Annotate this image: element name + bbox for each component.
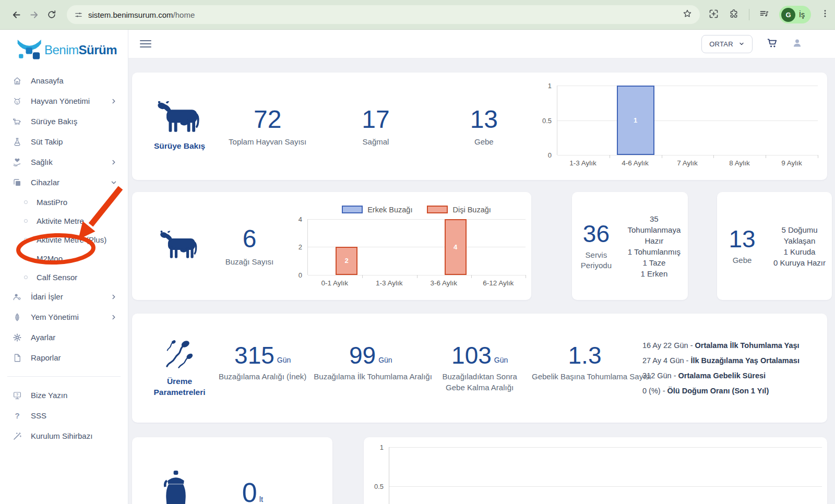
browser-reload-button[interactable]	[43, 6, 61, 23]
url-host: sistem.benimsurum.com	[88, 10, 173, 19]
chevron-right-icon	[110, 314, 117, 321]
chart-y-label: 2	[299, 243, 302, 251]
sidebar-subitem-mastipro[interactable]: MastiPro	[0, 193, 128, 211]
chart-y-label: 4	[299, 215, 302, 223]
browser-back-button[interactable]	[7, 6, 25, 23]
app-topbar: ORTAR	[128, 30, 835, 58]
reproduction-notes: 16 Ay 22 Gün - Ortalama İlk Tohumlama Ya…	[642, 338, 821, 399]
contact-monitor-icon: ?	[13, 391, 22, 400]
chart-y-label: 0.5	[542, 116, 552, 124]
sidebar-item-yem-yonetimi[interactable]: Yem Yönetimi	[0, 307, 128, 327]
svg-text:?: ?	[15, 411, 19, 420]
service-period-card: 36 Servis Periyodu 35 Tohumlanmaya Hazır…	[572, 192, 688, 300]
health-icon	[13, 158, 22, 167]
sperm-icon	[164, 339, 195, 369]
chart-x-label: 6-12 Aylık	[471, 279, 526, 287]
site-info-icon	[74, 10, 83, 19]
chart-category: 4	[417, 219, 471, 275]
card-title: Sürüye Bakış	[146, 141, 213, 151]
report-file-icon	[13, 353, 22, 363]
note-line: 312 Gün - Ortalama Gebelik Süresi	[642, 368, 821, 383]
chart-x-label: 0-1 Aylık	[307, 279, 362, 287]
stat-calving-first-insemination: 99Gün Buzağılama İlk Tohumlama Aralığı	[312, 343, 430, 393]
browser-forward-button[interactable]	[25, 6, 43, 23]
cart-button[interactable]	[766, 37, 778, 51]
bullet-icon	[24, 219, 28, 223]
question-icon: ?	[13, 411, 22, 421]
chart-y-label: 0	[548, 151, 552, 159]
brand-name: BenimSürüm	[44, 43, 117, 57]
sidebar-item-bize-yazin[interactable]: ? Bize Yazın	[0, 385, 128, 405]
legend-item: Dişi Buzağı	[427, 206, 491, 214]
sidebar-item-sut-takip[interactable]: Süt Takip	[0, 131, 128, 152]
chevron-down-icon	[110, 179, 117, 186]
sidebar-item-sss[interactable]: ? SSS	[0, 405, 128, 426]
user-profile-button[interactable]	[792, 38, 803, 51]
sidebar-item-anasayfa[interactable]: Anasayfa	[0, 70, 128, 91]
magic-wand-icon	[13, 431, 22, 441]
pregnant-card: 13 Gebe 5 Doğumu Yaklaşan 1 Kuruda 0 Kur…	[717, 192, 832, 300]
milk-trend-card: 0.51	[364, 437, 827, 504]
legend-swatch	[342, 206, 363, 213]
feed-corn-icon	[13, 313, 22, 322]
sidebar-subitem-calf-sensor[interactable]: Calf Sensor	[0, 268, 128, 286]
chart-x-label: 9 Aylık	[766, 159, 818, 167]
stat-days-open: 103Gün Buzağıladıktan Sonra Gebe Kalma A…	[430, 343, 530, 393]
browser-menu-button[interactable]	[820, 9, 830, 20]
chart-x-label: 3-6 Aylık	[416, 279, 471, 287]
hamburger-menu-icon[interactable]	[140, 38, 151, 50]
milk-trend-chart: 0.51	[373, 447, 822, 504]
sidebar: BenimSürüm Anasayfa Hayvan Yönetimi Sürü…	[0, 30, 128, 504]
pregnancy-months-chart: 00.51 1 1-3 Aylık4-6 Aylık7 Aylık8 Aylık…	[538, 86, 818, 167]
milk-can-icon	[161, 470, 190, 504]
sidebar-subitem-aktivite-metre-plus[interactable]: Aktivite Metre (Plus)	[0, 230, 128, 249]
sidebar-item-suruye-bakis[interactable]: Sürüye Bakış	[0, 111, 128, 131]
menu-dots-icon	[820, 9, 830, 18]
media-controls-button[interactable]	[759, 8, 770, 21]
sidebar-item-idari-isler[interactable]: İdari İşler	[0, 286, 128, 307]
chart-y-label: 1	[548, 82, 552, 90]
chart-category	[766, 86, 818, 155]
note-line: 16 Ay 22 Gün - Ortalama İlk Tohumlama Ya…	[642, 338, 821, 353]
chart-x-label: 7 Aylık	[661, 159, 713, 167]
sidebar-item-ayarlar[interactable]: Ayarlar	[0, 327, 128, 347]
bookmark-star-icon	[682, 8, 693, 19]
note-line: 27 Ay 4 Gün - İlk Buzağılama Yaş Ortalam…	[642, 353, 821, 368]
chart-category: 1	[610, 86, 662, 155]
browser-chrome: sistem.benimsurum.com/home G İş	[0, 0, 835, 30]
legend-swatch	[427, 206, 448, 213]
app-logo[interactable]: BenimSürüm	[0, 35, 128, 70]
tab-group-add-icon	[708, 8, 719, 19]
chart-category	[713, 86, 766, 155]
forward-icon	[29, 9, 40, 20]
stat-calf-count: 6 Buzağı Sayısı	[210, 226, 289, 266]
sidebar-item-raporlar[interactable]: Raporlar	[0, 347, 128, 368]
user-icon	[792, 38, 803, 49]
bullet-icon	[24, 257, 28, 260]
chart-bar: 4	[445, 219, 467, 275]
chart-x-label: 8 Aylık	[713, 159, 766, 167]
sidebar-subitem-aktivite-metre[interactable]: Aktivite Metre	[0, 211, 128, 230]
sidebar-item-kurulum-sihirbazi[interactable]: Kurulum Sihirbazı	[0, 426, 128, 446]
tab-group-add-button[interactable]	[708, 8, 719, 21]
browser-profile-chip[interactable]: G İş	[779, 6, 811, 23]
farm-selector-dropdown[interactable]: ORTAR	[701, 35, 753, 53]
profile-avatar: G	[781, 8, 795, 22]
media-controls-icon	[759, 8, 770, 19]
chart-y-label: 0.5	[374, 483, 384, 490]
chart-y-label: 0	[299, 271, 302, 279]
bookmark-star-button[interactable]	[682, 8, 693, 21]
sidebar-item-cihazlar[interactable]: Cihazlar	[0, 172, 128, 193]
chart-category	[662, 86, 714, 155]
extensions-button[interactable]	[729, 8, 739, 21]
url-bar[interactable]: sistem.benimsurum.com/home	[67, 5, 700, 24]
stat-milking: 17 Sağmal	[321, 106, 430, 146]
stat-pregnant-count: 13 Gebe	[721, 226, 763, 266]
bullet-icon	[24, 200, 28, 204]
sidebar-item-hayvan-yonetimi[interactable]: Hayvan Yönetimi	[0, 91, 128, 111]
sidebar-item-saglik[interactable]: Sağlık	[0, 152, 128, 172]
url-path: /home	[173, 10, 195, 19]
sidebar-subitem-m2moo[interactable]: M2Moo	[0, 249, 128, 268]
admin-user-gear-icon	[13, 292, 22, 302]
dashboard-content: Sürüye Bakış 72 Toplam Hayvan Sayısı 17 …	[128, 58, 835, 504]
